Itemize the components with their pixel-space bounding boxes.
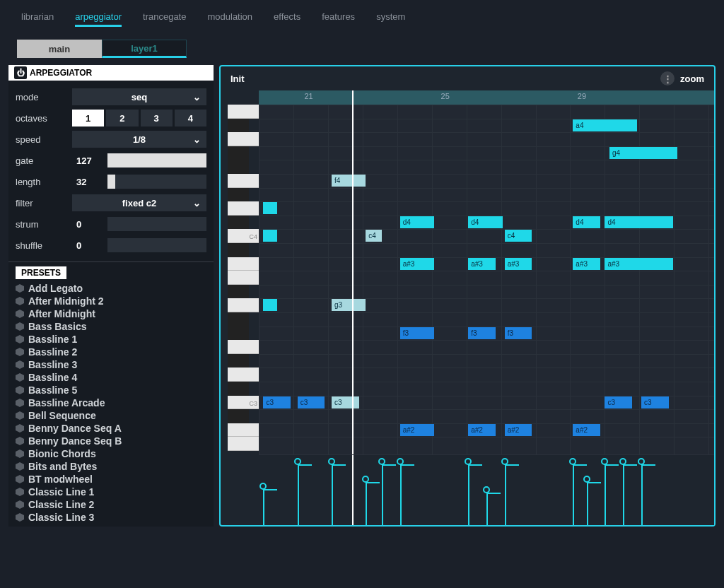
velocity-stem[interactable] [382, 465, 383, 525]
white-key[interactable] [228, 271, 259, 285]
note[interactable]: c4 [366, 230, 382, 242]
preset-item[interactable]: After Midnight [16, 307, 206, 320]
power-icon[interactable]: ⏻ [14, 66, 27, 79]
preset-item[interactable]: Bassline 4 [16, 371, 206, 384]
note[interactable]: d4 [605, 216, 673, 228]
velocity-stem[interactable] [505, 465, 506, 525]
black-key[interactable] [228, 354, 249, 368]
velocity-stem[interactable] [605, 465, 606, 525]
white-key[interactable] [228, 105, 259, 119]
note[interactable]: a#3 [468, 258, 496, 270]
black-key[interactable] [228, 188, 249, 202]
velocity-strip[interactable] [259, 454, 714, 525]
note[interactable] [263, 230, 276, 242]
nav-librarian[interactable]: librarian [21, 8, 54, 27]
white-key[interactable] [228, 437, 259, 451]
speed-dropdown[interactable]: 1/8⌄ [72, 131, 206, 148]
preset-item[interactable]: Bassline 1 [16, 333, 206, 346]
velocity-stem[interactable] [400, 465, 402, 525]
white-key[interactable] [228, 340, 259, 354]
preset-item[interactable]: Bassline Arcade [16, 396, 206, 409]
octave-1[interactable]: 1 [72, 110, 104, 127]
white-key[interactable] [228, 132, 259, 146]
timeline-ruler[interactable]: 212529 [259, 90, 714, 105]
octave-4[interactable]: 4 [175, 110, 206, 127]
preset-item[interactable]: Add Legato [16, 282, 206, 295]
octave-3[interactable]: 3 [141, 110, 173, 127]
black-key[interactable] [228, 160, 249, 174]
note[interactable] [263, 299, 276, 311]
preset-item[interactable]: After Midnight 2 [16, 295, 206, 307]
playhead[interactable] [352, 105, 354, 454]
white-key[interactable] [228, 368, 259, 382]
preset-item[interactable]: Bits and Bytes [16, 460, 206, 473]
note[interactable]: a#3 [400, 258, 434, 270]
black-key[interactable] [228, 409, 249, 423]
white-key[interactable] [228, 201, 259, 216]
note[interactable]: f3 [505, 327, 532, 339]
note[interactable]: c4 [505, 230, 532, 242]
note[interactable]: g3 [332, 299, 366, 311]
preset-item[interactable]: Bassline 5 [16, 384, 206, 396]
black-key[interactable] [228, 382, 249, 396]
note[interactable]: c3 [332, 396, 359, 408]
white-key[interactable] [228, 423, 259, 437]
preset-item[interactable]: Bell Sequence [16, 409, 206, 422]
black-key[interactable] [228, 243, 249, 257]
black-key[interactable] [228, 285, 249, 299]
strum-slider[interactable] [107, 217, 206, 231]
zoom-button[interactable]: ⋮ zoom [660, 71, 704, 86]
velocity-stem[interactable] [468, 465, 469, 525]
preset-item[interactable]: Classic Line 2 [16, 498, 206, 511]
black-key[interactable] [228, 216, 249, 230]
note[interactable]: a4 [573, 119, 636, 131]
piano-keys[interactable]: C4C3 [221, 105, 259, 454]
note[interactable]: a#2 [505, 424, 532, 436]
preset-item[interactable]: Classic Line 3 [16, 511, 206, 524]
velocity-stem[interactable] [641, 465, 643, 525]
velocity-stem[interactable] [587, 483, 588, 525]
note[interactable]: d4 [573, 216, 600, 228]
velocity-stem[interactable] [623, 465, 624, 525]
white-key[interactable] [228, 257, 259, 271]
velocity-stem[interactable] [332, 465, 333, 525]
note[interactable]: a#3 [605, 258, 673, 270]
nav-modulation[interactable]: modulation [207, 8, 252, 27]
nav-features[interactable]: features [322, 8, 355, 27]
menu-icon[interactable]: ⋮ [660, 71, 675, 86]
nav-effects[interactable]: effects [274, 8, 300, 27]
note[interactable]: a#2 [400, 424, 434, 436]
octave-2[interactable]: 2 [106, 110, 138, 127]
black-key[interactable] [228, 119, 249, 133]
white-key[interactable] [228, 298, 259, 312]
mode-dropdown[interactable]: seq⌄ [72, 88, 206, 105]
note[interactable]: g4 [609, 147, 678, 159]
white-key[interactable] [228, 174, 259, 188]
preset-item[interactable]: Bass Basics [16, 320, 206, 333]
preset-item[interactable]: Bassline 3 [16, 358, 206, 371]
nav-arpeggiator[interactable]: arpeggiator [75, 8, 122, 27]
note[interactable]: f3 [400, 327, 434, 339]
note[interactable]: a#3 [573, 258, 600, 270]
note[interactable]: c3 [641, 396, 669, 408]
preset-item[interactable]: Bionic Chords [16, 447, 206, 460]
preset-item[interactable]: Classic Line 1 [16, 486, 206, 498]
note[interactable]: a#2 [468, 424, 496, 436]
velocity-stem[interactable] [263, 490, 264, 525]
note[interactable]: a#3 [505, 258, 532, 270]
velocity-stem[interactable] [486, 493, 488, 525]
note[interactable]: a#2 [573, 424, 600, 436]
preset-item[interactable]: BT modwheel [16, 473, 206, 486]
gate-slider[interactable] [107, 153, 206, 167]
subtab-layer1[interactable]: layer1 [102, 40, 187, 58]
nav-system[interactable]: system [376, 8, 405, 27]
subtab-main[interactable]: main [17, 40, 102, 58]
velocity-stem[interactable] [573, 465, 574, 525]
nav-trancegate[interactable]: trancegate [143, 8, 186, 27]
velocity-stem[interactable] [298, 465, 299, 525]
note[interactable]: f4 [332, 175, 366, 187]
note[interactable]: c3 [298, 396, 325, 408]
black-key[interactable] [228, 146, 249, 160]
black-key[interactable] [228, 312, 249, 327]
shuffle-slider[interactable] [107, 238, 206, 252]
